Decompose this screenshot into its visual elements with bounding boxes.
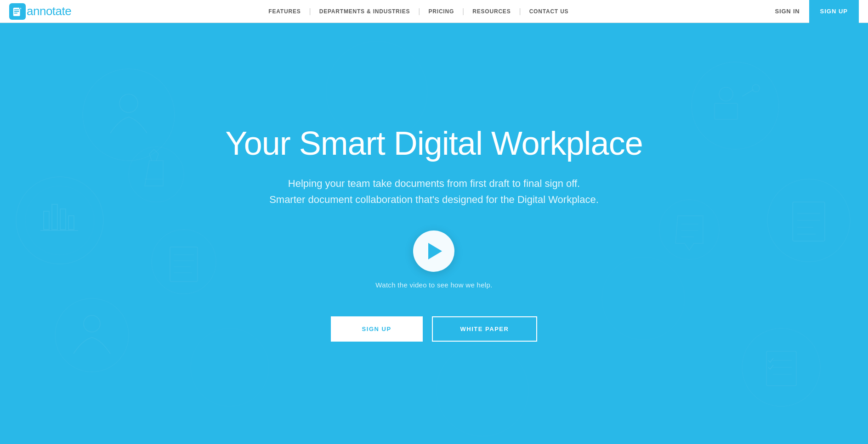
logo[interactable]: a annotate <box>9 3 71 20</box>
svg-rect-0 <box>13 7 20 16</box>
svg-point-43 <box>129 147 184 202</box>
navbar: a annotate FEATURES | DEPARTMENTS & INDU… <box>0 0 868 23</box>
navbar-right: SIGN IN SIGN UP <box>766 0 859 23</box>
hero-content: Your Smart Digital Workplace Helping you… <box>207 125 661 342</box>
play-caption: Watch the video to see how we help. <box>375 281 492 289</box>
nav-links: FEATURES | DEPARTMENTS & INDUSTRIES | PR… <box>71 7 766 16</box>
svg-point-34 <box>742 328 820 406</box>
svg-point-14 <box>84 315 100 332</box>
svg-point-13 <box>55 298 129 372</box>
nav-link-pricing[interactable]: PRICING <box>420 8 462 15</box>
svg-rect-2 <box>14 11 19 12</box>
svg-point-6 <box>16 177 103 264</box>
svg-rect-10 <box>60 209 66 230</box>
svg-text:a: a <box>20 7 22 9</box>
svg-rect-8 <box>44 211 49 230</box>
play-button[interactable] <box>413 230 454 272</box>
svg-rect-1 <box>14 9 19 10</box>
svg-rect-35 <box>766 351 796 386</box>
svg-point-33 <box>752 84 760 92</box>
svg-point-22 <box>119 94 138 112</box>
nav-item-features[interactable]: FEATURES <box>260 8 309 15</box>
nav-item-contact[interactable]: CONTACT US <box>521 8 577 15</box>
play-icon <box>428 243 442 259</box>
svg-point-45 <box>659 200 719 259</box>
hero-subtitle: Helping your team take documents from fi… <box>225 175 642 208</box>
hero-buttons: SIGN UP WHITE PAPER <box>225 316 642 342</box>
hero-signup-button[interactable]: SIGN UP <box>331 316 423 342</box>
svg-rect-24 <box>170 247 198 281</box>
svg-line-32 <box>742 90 754 96</box>
svg-rect-3 <box>14 12 17 13</box>
svg-point-23 <box>152 230 216 294</box>
nav-link-resources[interactable]: RESOURCES <box>464 8 519 15</box>
nav-link-departments[interactable]: DEPARTMENTS & INDUSTRIES <box>311 8 419 15</box>
signin-link[interactable]: SIGN IN <box>766 8 809 15</box>
logo-icon: a <box>9 3 26 20</box>
play-button-container: Watch the video to see how we help. <box>225 230 642 289</box>
hero-whitepaper-button[interactable]: WHITE PAPER <box>432 316 538 342</box>
svg-rect-11 <box>68 216 74 230</box>
hero-title: Your Smart Digital Workplace <box>225 125 642 162</box>
signup-button-nav[interactable]: SIGN UP <box>809 0 859 23</box>
svg-point-15 <box>767 179 850 262</box>
hero-subtitle-line2: Smarter document collaboration that's de… <box>269 194 599 205</box>
svg-rect-31 <box>715 103 738 119</box>
svg-rect-16 <box>793 202 825 241</box>
svg-point-7 <box>25 186 94 255</box>
nav-item-pricing[interactable]: PRICING <box>420 8 462 15</box>
logo-text: annotate <box>27 4 71 18</box>
svg-point-21 <box>83 69 175 161</box>
hero-section: Your Smart Digital Workplace Helping you… <box>0 23 868 444</box>
nav-link-contact[interactable]: CONTACT US <box>521 8 577 15</box>
svg-point-29 <box>692 62 779 149</box>
nav-item-departments[interactable]: DEPARTMENTS & INDUSTRIES <box>311 8 419 15</box>
svg-point-40 <box>437 344 528 436</box>
nav-link-features[interactable]: FEATURES <box>260 8 309 15</box>
hero-subtitle-line1: Helping your team take documents from fi… <box>288 178 580 189</box>
svg-rect-9 <box>52 204 57 230</box>
nav-item-resources[interactable]: RESOURCES <box>464 8 519 15</box>
svg-point-30 <box>719 87 733 101</box>
